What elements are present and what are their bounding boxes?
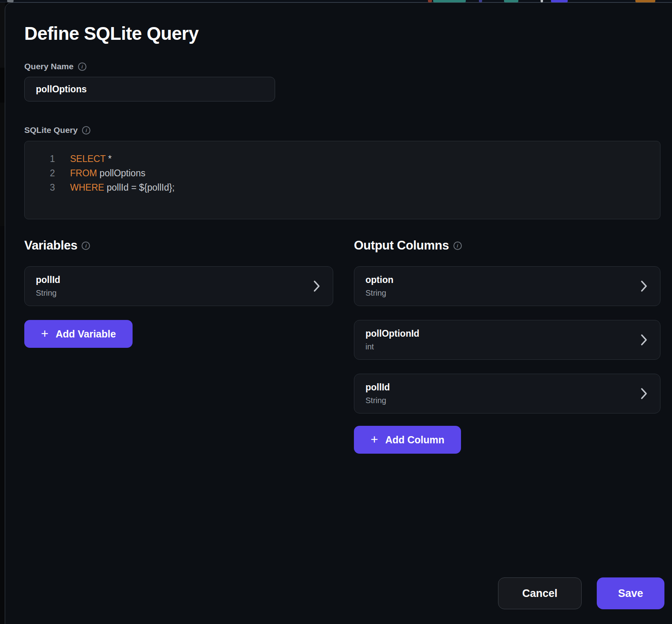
sql-code: pollOptions bbox=[97, 168, 145, 178]
chevron-right-icon bbox=[641, 334, 647, 346]
sql-code: * bbox=[105, 154, 111, 164]
output-column-name: pollOptionId bbox=[365, 328, 649, 339]
sql-keyword: FROM bbox=[70, 168, 97, 178]
output-column-card[interactable]: pollOptionId int bbox=[354, 320, 660, 360]
output-column-card[interactable]: option String bbox=[354, 266, 660, 306]
plus-icon: + bbox=[41, 327, 49, 340]
sql-keyword: SELECT bbox=[70, 154, 105, 164]
modal-footer: Cancel Save bbox=[498, 577, 664, 609]
output-column-name: pollId bbox=[365, 382, 649, 393]
add-variable-button[interactable]: + Add Variable bbox=[24, 320, 133, 348]
sql-keyword: WHERE bbox=[70, 182, 104, 193]
output-column-type: String bbox=[365, 396, 649, 405]
variables-heading: Variables bbox=[24, 238, 77, 253]
output-column-name: option bbox=[365, 275, 649, 285]
define-sqlite-query-modal: Define SQLite Query Query Name i SQLite … bbox=[5, 2, 672, 624]
sql-code: pollId = ${pollId}; bbox=[104, 182, 175, 193]
add-column-label: Add Column bbox=[385, 434, 445, 446]
variable-name: pollId bbox=[36, 275, 322, 285]
page-title: Define SQLite Query bbox=[24, 23, 672, 44]
line-number: 3 bbox=[25, 180, 55, 195]
line-number: 1 bbox=[25, 152, 55, 166]
code-line: 2 FROM pollOptions bbox=[25, 166, 660, 180]
query-name-label: Query Name bbox=[24, 62, 74, 71]
code-line: 1 SELECT * bbox=[25, 152, 660, 166]
sql-editor[interactable]: 1 SELECT * 2 FROM pollOptions 3 WHERE po… bbox=[24, 141, 660, 219]
save-button[interactable]: Save bbox=[597, 577, 664, 609]
add-column-button[interactable]: + Add Column bbox=[354, 426, 461, 454]
chevron-right-icon bbox=[641, 280, 647, 292]
sqlite-query-label: SQLite Query bbox=[24, 125, 78, 135]
output-columns-heading: Output Columns bbox=[354, 238, 449, 253]
output-column-type: String bbox=[365, 289, 649, 298]
info-icon[interactable]: i bbox=[453, 242, 462, 250]
output-column-card[interactable]: pollId String bbox=[354, 374, 660, 413]
variable-card[interactable]: pollId String bbox=[24, 266, 333, 306]
output-column-type: int bbox=[365, 342, 649, 351]
info-icon[interactable]: i bbox=[82, 242, 90, 250]
line-number: 2 bbox=[25, 166, 55, 180]
info-icon[interactable]: i bbox=[82, 126, 90, 135]
info-icon[interactable]: i bbox=[78, 62, 86, 71]
variable-type: String bbox=[36, 289, 322, 298]
code-line: 3 WHERE pollId = ${pollId}; bbox=[25, 180, 660, 195]
cancel-button[interactable]: Cancel bbox=[498, 577, 582, 609]
plus-icon: + bbox=[371, 433, 378, 446]
chevron-right-icon bbox=[641, 388, 647, 400]
add-variable-label: Add Variable bbox=[56, 328, 116, 340]
query-name-input[interactable] bbox=[24, 77, 275, 101]
chevron-right-icon bbox=[313, 280, 320, 292]
